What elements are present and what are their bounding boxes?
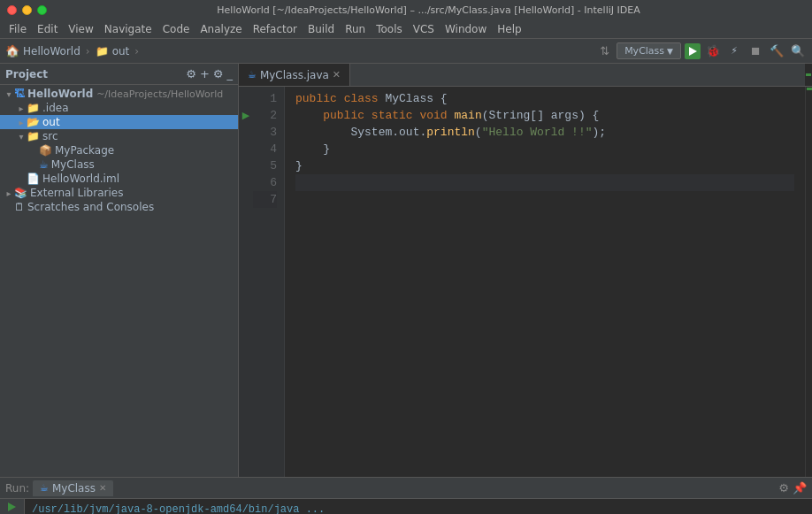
gutter-line7 [239,191,253,208]
tree-item-extlibs[interactable]: ▸ 📚 External Libraries [0,186,238,200]
project-header: Project ⚙ + ⚙ _ [0,64,238,85]
tree-label-mypackage: MyPackage [55,144,114,157]
tree-item-src[interactable]: ▾ 📁 src [0,129,238,143]
tree-item-out[interactable]: ▸ 📂 out [0,115,238,129]
pin-run-icon[interactable]: 📌 [793,481,807,495]
menu-window[interactable]: Window [440,21,492,37]
maximize-button[interactable] [37,5,47,15]
settings-run-icon[interactable]: ⚙ [778,481,789,495]
menu-edit[interactable]: Edit [32,21,63,37]
menu-file[interactable]: File [4,21,32,37]
code-line-5: } [295,141,794,157]
chevron-down-icon: ▼ [667,47,673,56]
tree-label-idea: .idea [42,102,69,114]
tree-label-scratches: Scratches and Consoles [27,201,154,213]
gear-icon[interactable]: ⚙ [213,67,224,81]
expand-arrow-src: ▾ [16,132,27,142]
run-play-button[interactable] [4,502,21,511]
coverage-button[interactable]: ⚡ [725,43,743,59]
project-panel: Project ⚙ + ⚙ _ ▾ 🏗 HelloWorld ~/IdeaPro… [0,64,239,477]
tree-label-iml: HelloWorld.iml [42,173,119,185]
project-tree: ▾ 🏗 HelloWorld ~/IdeaProjects/HelloWorld… [0,85,238,477]
expand-arrow-extlibs: ▸ [4,188,14,198]
run-tab-myclass[interactable]: ☕ MyClass ✕ [33,480,113,496]
code-line-6: } [295,157,794,174]
bottom-panel: Run: ☕ MyClass ✕ ⚙ 📌 ↓ ↑ ⏎ ≡ 🗑 » [0,477,812,514]
code-area[interactable]: public class MyClass { public static voi… [285,87,805,477]
tree-label-extlibs: External Libraries [30,187,123,199]
gutter-line5 [239,157,253,174]
build-button[interactable]: 🔨 [768,43,785,59]
sort-icon[interactable]: ⇅ [600,44,609,58]
menu-analyze[interactable]: Analyze [195,21,247,37]
expand-arrow: ▾ [4,89,14,99]
gutter-line4 [239,141,253,157]
scratch-icon: 🗒 [14,201,25,213]
breadcrumb-project[interactable]: HelloWorld [23,45,80,58]
tab-close-icon[interactable]: ✕ [333,69,341,81]
code-line-1: public class MyClass { [295,90,794,107]
run-output: /usr/lib/jvm/java-8-openjdk-amd64/bin/ja… [25,499,812,514]
run-play-icon [689,47,697,56]
debug-button[interactable]: 🐞 [704,43,722,59]
run-play-icon [8,502,16,511]
project-icon: 🏗 [14,88,25,100]
editor-tab-myclass[interactable]: ☕ MyClass.java ✕ [239,64,350,86]
tree-item-iml[interactable]: 📄 HelloWorld.iml [0,172,238,186]
run-tab-icon: ☕ [40,482,49,494]
minimize-button[interactable] [22,5,32,15]
code-line-7 [295,174,794,191]
stripe-mark-run [807,88,812,90]
expand-arrow-out: ▸ [16,118,27,127]
tree-item-mypackage[interactable]: 📦 MyPackage [0,143,238,157]
folder-icon: 📁 [27,102,40,114]
tree-item-myclass[interactable]: ☕ MyClass [0,157,238,172]
tree-label-helloworld: HelloWorld ~/IdeaProjects/HelloWorld [27,88,223,100]
gutter-line1 [239,90,253,107]
run-tab-area: Run: ☕ MyClass ✕ [5,480,113,496]
tree-item-helloworld[interactable]: ▾ 🏗 HelloWorld ~/IdeaProjects/HelloWorld [0,87,238,101]
window-title: HelloWorld [~/IdeaProjects/HelloWorld] –… [52,4,805,16]
code-line-4: System.out.println("Hello World !!"); [295,124,794,141]
menu-run[interactable]: Run [340,21,371,37]
out-folder-icon: 📁 [96,45,109,58]
menubar: File Edit View Navigate Code Analyze Ref… [0,19,812,39]
tree-item-idea[interactable]: ▸ 📁 .idea [0,101,238,115]
run-console: ↓ ↑ ⏎ ≡ 🗑 » /usr/lib/jvm/java-8-openjdk-… [0,499,812,514]
package-icon: 📦 [39,144,52,157]
search-icon[interactable]: 🔍 [789,43,807,59]
tree-label-src: src [42,130,58,142]
run-config-selector[interactable]: MyClass ▼ [617,42,681,59]
close-button[interactable] [7,5,17,15]
settings-icon[interactable]: ⚙ [186,67,196,81]
out-folder-icon: 📂 [27,116,40,128]
tree-item-scratches[interactable]: ▸ 🗒 Scratches and Consoles [0,200,238,214]
run-label: Run: [5,482,29,495]
java-file-icon: ☕ [39,158,49,171]
editor-gutter: ▶ [239,87,253,477]
hello-world-icon: 🏠 [5,44,19,58]
code-line-3: public static void main(String[] args) { [295,107,794,124]
menu-build[interactable]: Build [303,21,340,37]
run-tab-close[interactable]: ✕ [99,483,106,493]
titlebar: HelloWorld [~/IdeaProjects/HelloWorld] –… [0,0,812,19]
menu-refactor[interactable]: Refactor [248,21,303,37]
editor-area: ☕ MyClass.java ✕ ▶ 1 2 3 [239,64,812,477]
main-layout: Project ⚙ + ⚙ _ ▾ 🏗 HelloWorld ~/IdeaPro… [0,64,812,477]
run-sidebar: ↓ ↑ ⏎ ≡ 🗑 » [0,499,25,514]
menu-code[interactable]: Code [157,21,195,37]
menu-tools[interactable]: Tools [371,21,408,37]
editor-right-stripe [805,87,812,477]
add-icon[interactable]: + [200,67,210,81]
breadcrumb-out[interactable]: out [112,45,130,58]
menu-help[interactable]: Help [492,21,526,37]
run-button[interactable] [685,43,701,59]
stop-button[interactable]: ⏹ [747,43,764,59]
menu-vcs[interactable]: VCS [408,21,440,37]
minimize-panel-icon[interactable]: _ [227,67,234,81]
menu-view[interactable]: View [63,21,98,37]
run-tabs: Run: ☕ MyClass ✕ ⚙ 📌 [0,478,812,499]
menu-navigate[interactable]: Navigate [99,21,157,37]
run-indicator-stripe [806,73,811,76]
gutter-line2[interactable]: ▶ [239,107,253,124]
